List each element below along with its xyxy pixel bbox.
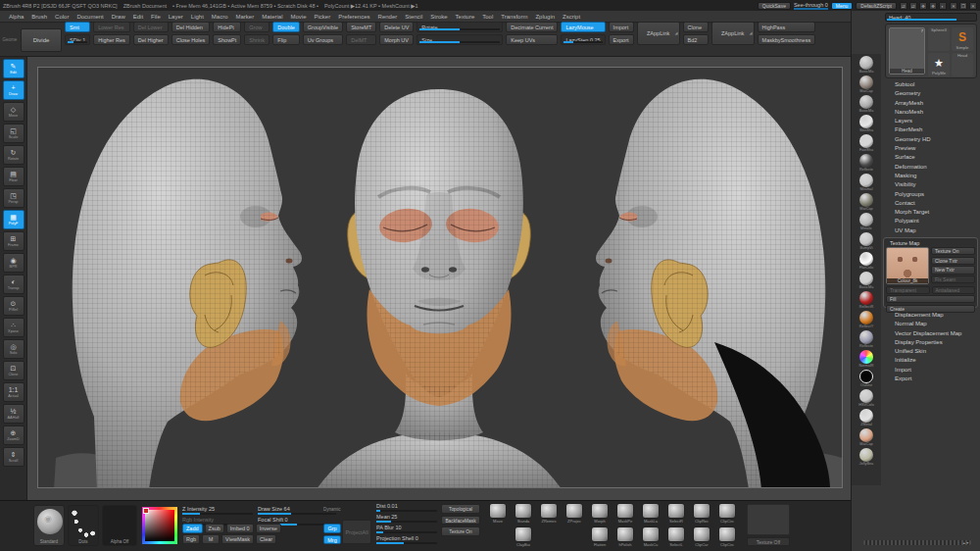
shelf-tool-button[interactable]: ◉BPR: [3, 253, 24, 273]
menu-item[interactable]: Preferences: [335, 13, 372, 21]
toolbar-button[interactable]: Bd2: [683, 34, 709, 45]
shelf-tool-button[interactable]: ▤Floor: [3, 167, 24, 186]
subpalette-row[interactable]: Polypaint: [881, 217, 979, 225]
toggle-button[interactable]: Topological: [441, 504, 480, 514]
menu-item[interactable]: File: [148, 13, 164, 21]
panel-scrollbar[interactable]: ▲▼: [863, 540, 971, 545]
toolbar-button[interactable]: Grow: [244, 22, 270, 32]
texture-row-button[interactable]: Fill: [886, 295, 975, 303]
brush-shortcut[interactable]: ZRemes: [538, 503, 560, 524]
color-picker[interactable]: [142, 507, 177, 544]
shelf-tool-button[interactable]: ◎Solo: [3, 339, 24, 359]
menu-item[interactable]: Transform: [498, 13, 530, 21]
toolbar-button[interactable]: Clone: [683, 22, 709, 32]
toolbar-button[interactable]: Flip: [272, 34, 299, 45]
shelf-tool-button[interactable]: ▦PolyF: [3, 210, 24, 229]
toolbar-button[interactable]: Size: [416, 34, 503, 45]
dynamic-label[interactable]: Dynamic: [323, 507, 341, 512]
shelf-tool-button[interactable]: ∴Xpose: [3, 318, 24, 337]
menu-item[interactable]: Material: [259, 13, 285, 21]
subpalette-row[interactable]: Geometry HD: [881, 135, 979, 144]
material-item[interactable]: SkinSha: [854, 115, 879, 134]
texture-thumbnail[interactable]: Colour_8k: [886, 247, 929, 284]
current-stroke-thumbnail[interactable]: Dots: [68, 505, 99, 546]
default-zscript-button[interactable]: DefaultZScript: [856, 2, 897, 10]
toolbar-button[interactable]: HidePt: [213, 22, 241, 32]
slider[interactable]: PA Blur 10: [376, 525, 437, 533]
tool-thumbnail[interactable]: ★PolyMe: [928, 53, 950, 76]
menu-item[interactable]: Stencil: [402, 13, 425, 21]
current-alpha-thumbnail[interactable]: Alpha Off: [102, 505, 137, 546]
material-item[interactable]: BasicMa: [854, 56, 879, 75]
titlebar-icon[interactable]: ❖: [919, 2, 927, 10]
toolbar-button[interactable]: ShowPt: [213, 34, 241, 45]
toggle-button[interactable]: Imbed 0: [226, 524, 254, 533]
toolbar-button[interactable]: Keep UVs: [506, 34, 558, 45]
current-color-swatch[interactable]: [143, 508, 149, 514]
toolbar-button[interactable]: Del Higher: [133, 34, 169, 45]
brush-shortcut[interactable]: MaskCu: [640, 526, 662, 547]
toolbar-button[interactable]: Lower Res: [93, 22, 130, 32]
brush-shortcut[interactable]: ClayBui: [513, 526, 534, 547]
menu-item[interactable]: Light: [188, 13, 207, 21]
material-item[interactable]: MatCap: [854, 75, 879, 95]
active-tool-thumbnail[interactable]: 7 Head: [889, 27, 925, 75]
subpalette-row[interactable]: Polygroups: [881, 190, 979, 199]
shelf-tool-button[interactable]: ✎Edit: [3, 59, 24, 78]
toolbar-button[interactable]: MaskbySmoothness: [758, 34, 816, 45]
shelf-tool-button[interactable]: ⊡Clone: [3, 361, 24, 380]
scrollbar-arrows-icon[interactable]: ▲▼: [962, 541, 969, 545]
menu-item[interactable]: Alpha: [6, 13, 26, 21]
shelf-tool-button[interactable]: ◐Transp: [3, 275, 24, 294]
shelf-tool-button[interactable]: ⊕ZoomD: [3, 426, 24, 445]
menu-item[interactable]: Marker: [232, 13, 257, 21]
material-item[interactable]: MatCap: [854, 193, 879, 213]
current-brush-thumbnail[interactable]: Standard: [33, 505, 65, 546]
tool-thumbnail[interactable]: SSimple: [952, 27, 973, 51]
toggle-button[interactable]: Texture On: [441, 526, 480, 536]
window-control-button[interactable]: ❐: [959, 2, 967, 10]
toolbar-button[interactable]: Decimate Current: [506, 22, 558, 32]
brush-shortcut[interactable]: ClipRec: [691, 503, 712, 524]
shelf-tool-button[interactable]: ◳Persp: [3, 188, 24, 208]
menu-item[interactable]: Picker: [312, 13, 334, 21]
texture-slot[interactable]: [747, 504, 790, 535]
toggle-button[interactable]: Clear: [256, 534, 276, 544]
zbrush-document[interactable]: [37, 67, 843, 488]
menu-item[interactable]: Tool: [479, 13, 496, 21]
toolbar-button[interactable]: Double: [272, 22, 299, 32]
brush-shortcut[interactable]: ClipCirc: [716, 526, 738, 547]
menu-item[interactable]: Macro: [209, 13, 231, 21]
toolbar-button[interactable]: Uv Groups: [303, 34, 343, 45]
texture-button[interactable]: Clone Txtr: [931, 257, 975, 265]
material-item[interactable]: Outline: [854, 370, 879, 389]
titlebar-icon[interactable]: ❖: [929, 2, 937, 10]
material-item[interactable]: NormalR: [854, 350, 879, 370]
subpalette-row[interactable]: Layers: [881, 117, 979, 125]
toolbar-button[interactable]: Del Lower: [133, 22, 169, 32]
menu-item[interactable]: Edit: [130, 13, 146, 21]
subpalette-row[interactable]: Displacement Map: [881, 311, 979, 320]
toolbar-button[interactable]: LazyMouse: [561, 22, 605, 32]
toolbar-button[interactable]: Morph UV: [379, 34, 414, 45]
subpalette-row[interactable]: Export: [881, 375, 979, 383]
material-item[interactable]: Reflecte: [854, 154, 879, 174]
subpalette-row[interactable]: Deformation: [881, 163, 979, 172]
material-item[interactable]: ReflectR: [854, 291, 879, 311]
menu-item[interactable]: Render: [375, 13, 401, 21]
shelf-tool-button[interactable]: +Draw: [3, 80, 24, 100]
material-item[interactable]: ReflectY: [854, 311, 879, 330]
material-item[interactable]: MatCap: [854, 428, 879, 448]
toolbar-button[interactable]: Del Hidden: [172, 22, 211, 32]
canvas-area[interactable]: [27, 57, 851, 500]
see-through-slider[interactable]: See-through 0: [794, 2, 828, 10]
subpalette-row[interactable]: Visibility: [881, 180, 979, 189]
shelf-tool-button[interactable]: ½AAHalf: [3, 404, 24, 424]
toolbar-button[interactable]: StoreMT: [346, 22, 376, 32]
titlebar-icon[interactable]: ⇄: [900, 2, 907, 10]
toolbar-button[interactable]: LazyStep 0.25: [561, 34, 605, 45]
toolbar-button[interactable]: ZAppLink: [711, 22, 755, 45]
toggle-button[interactable]: M: [202, 534, 220, 544]
subpalette-row[interactable]: Display Properties: [881, 338, 979, 347]
subpalette-row[interactable]: UV Map: [881, 226, 979, 235]
